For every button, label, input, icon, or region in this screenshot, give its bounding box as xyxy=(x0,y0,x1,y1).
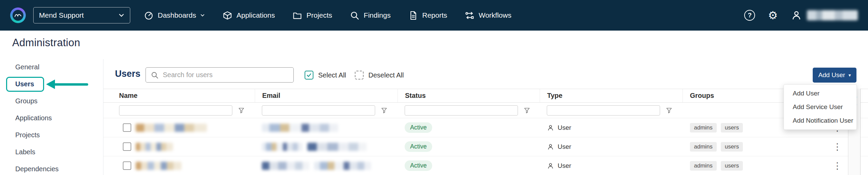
nav-item-projects[interactable]: Projects xyxy=(292,11,332,20)
topbar-utilities: ? ⚙ xyxy=(744,10,858,21)
email-filter-input[interactable] xyxy=(262,105,375,116)
row-checkbox[interactable] xyxy=(123,142,131,151)
row-checkbox[interactable] xyxy=(123,123,131,132)
group-pill: users xyxy=(721,161,743,171)
status-cell: Active xyxy=(398,118,540,137)
row-menu-button[interactable]: ⋮ xyxy=(833,161,842,170)
nav-item-workflows[interactable]: Workflows xyxy=(465,11,511,20)
group-pill: admins xyxy=(690,142,717,152)
user-search xyxy=(146,67,294,83)
row-menu-button[interactable]: ⋮ xyxy=(833,142,842,151)
deselect-all-label: Deselect All xyxy=(368,71,404,79)
nav-item-dashboards[interactable]: Dashboards xyxy=(144,11,205,20)
admin-sidebar: General Users Groups Applications Projec… xyxy=(0,57,103,175)
group-pill: admins xyxy=(690,161,717,171)
actions-cell: ⋮ xyxy=(825,137,850,156)
gear-icon[interactable]: ⚙ xyxy=(768,10,778,21)
redacted-email xyxy=(262,124,338,132)
groups-cell: admins users xyxy=(682,137,825,156)
nav-item-findings[interactable]: Findings xyxy=(350,11,390,20)
name-filter-cell xyxy=(103,103,255,118)
sidebar-item-general[interactable]: General xyxy=(0,58,103,75)
name-filter-input[interactable] xyxy=(119,105,232,116)
top-navigation-bar: Mend Support Dashboards Applications xyxy=(0,0,868,31)
status-badge: Active xyxy=(405,122,432,133)
group-pill: users xyxy=(721,123,743,133)
projects-icon xyxy=(292,11,302,20)
mend-logo[interactable] xyxy=(10,7,26,23)
nav-label: Workflows xyxy=(479,11,511,19)
email-cell xyxy=(255,137,398,156)
dashed-checkbox-icon xyxy=(355,71,364,80)
add-user-button[interactable]: Add User ▾ xyxy=(813,68,856,83)
dashboards-icon xyxy=(144,11,154,20)
menu-item-add-user[interactable]: Add User xyxy=(784,87,856,100)
users-panel: Users Select All Deselect All Add User ▾… xyxy=(103,57,868,175)
findings-icon xyxy=(350,11,360,20)
status-filter-cell xyxy=(398,103,540,118)
search-input[interactable] xyxy=(163,71,289,79)
chevron-down-icon xyxy=(118,12,124,18)
status-badge: Active xyxy=(405,160,432,171)
nav-label: Findings xyxy=(364,11,390,19)
sidebar-item-users[interactable]: Users xyxy=(0,75,103,92)
name-cell xyxy=(103,137,255,156)
nav-label: Projects xyxy=(306,11,332,19)
panel-heading: Users xyxy=(115,69,140,79)
sidebar-item-groups[interactable]: Groups xyxy=(0,92,103,109)
applications-icon xyxy=(223,11,232,20)
sidebar-item-labels[interactable]: Labels xyxy=(0,143,103,160)
type-label: User xyxy=(558,143,571,151)
table-row[interactable]: Active User admins users ⋮ xyxy=(103,137,868,156)
redacted-email xyxy=(262,143,303,151)
search-icon xyxy=(151,71,159,79)
add-user-dropdown-menu: Add User Add Service User Add Notificati… xyxy=(784,84,857,130)
sidebar-item-applications[interactable]: Applications xyxy=(0,109,103,126)
caret-down-icon: ▾ xyxy=(849,72,851,78)
user-icon xyxy=(547,124,554,132)
type-label: User xyxy=(558,162,571,170)
type-cell: User xyxy=(540,156,682,175)
group-pill: users xyxy=(721,142,743,152)
sidebar-item-dependencies[interactable]: Dependencies xyxy=(0,160,103,175)
column-header-status[interactable]: Status xyxy=(398,89,540,102)
deselect-all-control[interactable]: Deselect All xyxy=(355,71,404,80)
avatar-icon xyxy=(791,10,802,21)
column-header-name[interactable]: Name xyxy=(103,89,255,102)
checked-checkbox-icon xyxy=(305,71,313,80)
filter-funnel-icon[interactable] xyxy=(238,107,245,114)
groups-cell: admins users xyxy=(682,156,825,175)
help-icon[interactable]: ? xyxy=(744,10,755,21)
table-filter-row xyxy=(103,103,868,118)
status-filter-input[interactable] xyxy=(405,105,518,116)
sidebar-item-projects[interactable]: Projects xyxy=(0,126,103,143)
redacted-email xyxy=(314,162,371,170)
type-cell: User xyxy=(540,118,682,137)
type-filter-cell xyxy=(540,103,682,118)
user-icon xyxy=(547,143,554,151)
column-header-email[interactable]: Email xyxy=(255,89,398,102)
filter-funnel-icon[interactable] xyxy=(666,107,673,114)
row-checkbox[interactable] xyxy=(123,161,131,170)
table-row[interactable]: Active User admins users ⋮ xyxy=(103,118,868,137)
primary-nav: Dashboards Applications Projects Finding… xyxy=(144,11,512,20)
nav-item-applications[interactable]: Applications xyxy=(223,11,275,20)
nav-label: Applications xyxy=(236,11,275,19)
menu-item-add-notification-user[interactable]: Add Notification User xyxy=(784,114,856,127)
filter-funnel-icon[interactable] xyxy=(523,107,531,114)
user-icon xyxy=(547,162,554,170)
organization-selector[interactable]: Mend Support xyxy=(33,7,130,23)
select-all-control[interactable]: Select All xyxy=(305,71,346,80)
filter-funnel-icon[interactable] xyxy=(381,107,388,114)
menu-item-add-service-user[interactable]: Add Service User xyxy=(784,100,856,114)
add-user-button-label: Add User xyxy=(818,71,845,79)
mend-logo-mark xyxy=(13,10,23,21)
table-row[interactable]: Active User admins users ⋮ xyxy=(103,156,868,175)
user-menu[interactable] xyxy=(791,10,858,21)
nav-item-reports[interactable]: Reports xyxy=(408,11,447,20)
help-glyph: ? xyxy=(748,12,752,19)
column-header-type[interactable]: Type xyxy=(540,89,682,102)
reports-icon xyxy=(408,11,418,20)
type-filter-input[interactable] xyxy=(547,105,660,116)
status-cell: Active xyxy=(398,156,540,175)
